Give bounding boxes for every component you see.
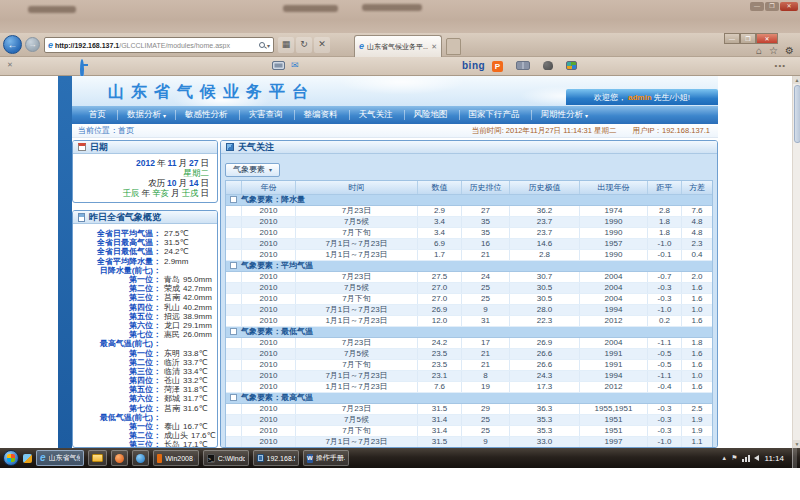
table-row[interactable]: 2010 7月1日～7月23日 31.5 9 33.0 1997 <box>226 437 712 448</box>
taskbar-media-button[interactable] <box>111 450 128 466</box>
paw-icon[interactable] <box>543 61 553 70</box>
group-header-row[interactable]: 气象要素：平均气温 <box>226 261 712 272</box>
column-header[interactable]: 年份 <box>242 181 296 194</box>
network-icon[interactable] <box>742 455 750 462</box>
table-row[interactable]: 2010 7月23日 24.2 17 26.9 2004 <box>226 338 712 349</box>
bing-logo[interactable]: bing <box>462 60 485 71</box>
taskbar-word-button[interactable]: W 操作手册.docx... <box>303 450 349 466</box>
table-row[interactable]: 2010 7月下旬 27.0 25 30.5 2004 <box>226 294 712 305</box>
table-row[interactable]: 2010 7月下旬 3.4 35 23.7 1990 <box>226 228 712 239</box>
nav-item[interactable]: 风险地图 <box>404 110 459 120</box>
nav-item-label: 风险地图 <box>414 109 448 121</box>
table-row[interactable]: 2010 7月1日～7月23日 26.9 9 28.0 1994 <box>226 305 712 316</box>
column-header[interactable]: 距平 <box>648 181 682 194</box>
taskbar-folder-button[interactable] <box>88 450 107 466</box>
table-row[interactable]: 2010 7月1日～7月23日 23.1 8 24.3 1994 <box>226 371 712 382</box>
table-row[interactable]: 2010 7月下旬 23.5 21 26.6 1991 <box>226 360 712 371</box>
action-center-flag-icon[interactable]: ⚑ <box>731 454 737 462</box>
table-row[interactable]: 2010 7月5候 3.4 35 23.7 1990 <box>226 217 712 228</box>
maximize-icon[interactable]: ❐ <box>740 33 756 44</box>
column-header[interactable]: 历史极值 <box>510 181 580 194</box>
scroll-up-icon[interactable]: ▲ <box>793 76 800 84</box>
group-checkbox[interactable] <box>230 328 237 335</box>
column-header[interactable]: 数值 <box>418 181 462 194</box>
table-row[interactable]: 2010 7月5候 31.4 25 35.3 1951 <box>226 415 712 426</box>
group-header-row[interactable]: 气象要素：降水量 <box>226 195 712 206</box>
maximize-icon[interactable]: ❐ <box>765 2 779 11</box>
cell-year: 2010 <box>242 239 296 249</box>
element-filter-button[interactable]: 气象要素 ▾ <box>225 163 280 177</box>
back-button[interactable]: ← <box>3 35 22 54</box>
table-row[interactable]: 2010 7月23日 2.9 27 36.2 1974 <box>226 206 712 217</box>
apps-grid-icon[interactable] <box>566 61 577 70</box>
more-options-icon[interactable]: ••• <box>775 61 786 70</box>
row-checkbox-cell <box>226 217 242 227</box>
search-icon[interactable] <box>259 42 265 48</box>
start-button[interactable] <box>3 450 19 466</box>
camera-icon[interactable] <box>272 61 285 70</box>
page-scrollbar[interactable]: ▲ ▼ <box>792 76 800 448</box>
chevron-down-icon[interactable]: ▾ <box>267 42 270 49</box>
address-bar[interactable]: e http://192.168.137.1/GLCCLIMATE/module… <box>44 37 274 53</box>
addon-close-icon[interactable]: ✕ <box>7 61 13 69</box>
table-row[interactable]: 2010 1月1日～7月23日 1.7 21 2.8 1990 <box>226 250 712 261</box>
group-checkbox[interactable] <box>230 394 237 401</box>
compatibility-view-icon[interactable]: ▦ <box>278 37 294 53</box>
group-checkbox[interactable] <box>230 262 237 269</box>
mail-icon[interactable]: ✉ <box>291 61 299 70</box>
forward-button[interactable]: → <box>25 37 40 52</box>
table-row[interactable]: 2010 7月1日～7月23日 6.9 16 14.6 1957 <box>226 239 712 250</box>
group-header-row[interactable]: 气象要素：最高气温 <box>226 393 712 404</box>
group-checkbox[interactable] <box>230 196 237 203</box>
volume-icon[interactable] <box>754 455 759 461</box>
quick-launch-icon[interactable] <box>23 454 32 463</box>
table-row[interactable]: 2010 7月23日 31.5 29 36.3 1955,1951 <box>226 404 712 415</box>
minimize-icon[interactable]: — <box>724 33 740 44</box>
table-row[interactable]: 2010 7月23日 27.5 24 30.7 2004 <box>226 272 712 283</box>
column-header[interactable]: 出现年份 <box>580 181 648 194</box>
nav-item[interactable]: 灾害查询 <box>239 110 294 120</box>
close-icon[interactable]: ✕ <box>780 2 798 11</box>
taskbar-player-button[interactable] <box>132 450 149 466</box>
close-icon[interactable]: ✕ <box>756 33 778 44</box>
table-row[interactable]: 2010 7月5候 23.5 21 26.6 1991 <box>226 349 712 360</box>
column-header[interactable]: 时间 <box>296 181 418 194</box>
nav-item[interactable]: 首页 <box>80 110 117 120</box>
url-text[interactable]: http://192.168.137.1/GLCCLIMATE/modules/… <box>55 42 257 49</box>
scrollbar-thumb[interactable] <box>794 85 800 143</box>
nav-item[interactable]: 国家下行产品 <box>459 110 531 120</box>
stop-icon[interactable]: ✕ <box>314 37 330 53</box>
favorites-star-icon[interactable]: ☆ <box>769 45 778 56</box>
column-header[interactable]: 方差 <box>682 181 712 194</box>
nav-item[interactable]: 周期性分析▾ <box>531 110 598 120</box>
nav-item[interactable]: 整编资料 <box>294 110 349 120</box>
taskbar-vm-button[interactable]: Win2008 (VS2... <box>153 450 199 466</box>
group-header-row[interactable]: 气象要素：最低气温 <box>226 327 712 338</box>
column-header[interactable]: 历史排位 <box>462 181 510 194</box>
show-desktop-button[interactable] <box>792 448 797 468</box>
new-tab-button[interactable] <box>446 38 461 55</box>
browser-tab[interactable]: e 山东省气候业务平... ✕ <box>354 35 442 57</box>
scroll-down-icon[interactable]: ▼ <box>793 440 800 448</box>
minimize-icon[interactable]: — <box>750 2 764 11</box>
plugin-badge[interactable]: P <box>492 61 503 72</box>
taskbar-cmd-button[interactable]: >_ C:\Windows\s... <box>203 450 249 466</box>
nav-item[interactable]: 数据分析▾ <box>117 110 175 120</box>
breadcrumb-bar: 当前位置：首页 当前时间: 2012年11月27日 11:14:31 星期二 用… <box>72 124 718 138</box>
home-icon[interactable]: ⌂ <box>756 45 762 56</box>
taskbar-ie-button[interactable]: e 山东省气候... <box>36 450 84 466</box>
show-hidden-icons-icon[interactable]: ▲ <box>721 455 727 461</box>
tools-gear-icon[interactable]: ⚙ <box>785 45 794 56</box>
taskbar-clock[interactable]: 11:14 <box>763 454 788 463</box>
refresh-icon[interactable]: ↻ <box>296 37 312 53</box>
taskbar-rdp-button[interactable]: 192.168.58.99... <box>253 450 299 466</box>
table-row[interactable]: 2010 7月下旬 31.4 25 35.3 1951 <box>226 426 712 437</box>
gallery-icon[interactable] <box>516 61 530 70</box>
tab-close-icon[interactable]: ✕ <box>431 43 437 51</box>
nav-item[interactable]: 天气关注 <box>349 110 404 120</box>
table-row[interactable]: 2010 1月1日～7月23日 7.6 19 17.3 2012 <box>226 382 712 393</box>
table-row[interactable]: 2010 1月1日～7月23日 12.0 31 22.3 2012 <box>226 316 712 327</box>
ranking-rank: 第四位： <box>73 303 161 312</box>
table-row[interactable]: 2010 7月5候 27.0 25 30.5 2004 <box>226 283 712 294</box>
nav-item[interactable]: 敏感性分析 <box>175 110 239 120</box>
